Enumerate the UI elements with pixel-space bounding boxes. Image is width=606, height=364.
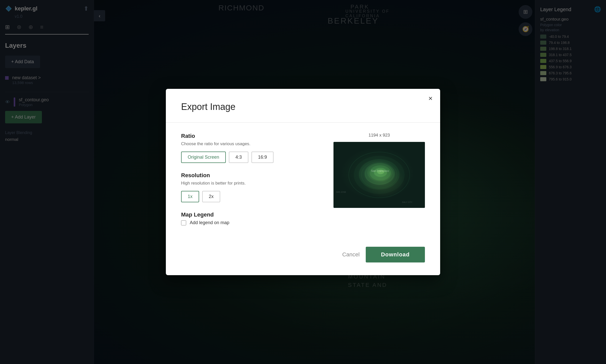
modal-controls: Ratio Choose the ratio for various usage… [181,133,318,225]
svg-text:DALY CITY: DALY CITY [402,201,412,203]
resolution-1x-button[interactable]: 1x [181,191,199,202]
modal-close-button[interactable]: × [428,95,433,102]
ratio-original-screen-button[interactable]: Original Screen [181,152,226,163]
add-legend-label: Add legend on map [190,220,229,225]
ratio-section-label: Ratio [181,133,318,139]
preview-dimensions: 1194 x 923 [369,133,390,138]
svg-point-8 [374,168,387,177]
ratio-btn-group: Original Screen 4:3 16:9 [181,152,318,163]
svg-point-10 [367,163,393,181]
svg-point-11 [361,162,397,188]
map-legend-section-label: Map Legend [181,211,318,218]
map-preview-inner: San Francisco SAN JOSE DALY CITY [333,142,425,208]
svg-point-12 [365,164,393,184]
svg-point-6 [364,162,395,185]
cancel-button[interactable]: Cancel [342,251,359,258]
modal-preview: 1194 x 923 [333,133,425,225]
ratio-4-3-button[interactable]: 4:3 [229,152,248,163]
export-image-modal: × Export Image Ratio Choose the ratio fo… [166,89,440,275]
modal-footer: Cancel Download [181,241,425,262]
svg-text:San Francisco: San Francisco [371,169,389,172]
resolution-section-label: Resolution [181,172,318,179]
svg-point-5 [359,159,400,190]
svg-rect-2 [333,142,425,208]
map-preview-image: San Francisco SAN JOSE DALY CITY [333,142,425,208]
ratio-16-9-button[interactable]: 16:9 [251,152,274,163]
ratio-section-desc: Choose the ratio for various usages. [181,141,318,146]
resolution-section-desc: High resolution is better for prints. [181,181,318,186]
resolution-btn-group: 1x 2x [181,191,318,202]
svg-point-7 [370,165,391,180]
add-legend-checkbox[interactable] [181,220,186,225]
svg-point-4 [354,156,405,194]
svg-point-9 [377,170,384,174]
modal-title: Export Image [181,102,425,112]
resolution-2x-button[interactable]: 2x [202,191,220,202]
modal-overlay: × Export Image Ratio Choose the ratio fo… [0,0,606,364]
legend-checkbox-row: Add legend on map [181,220,318,225]
download-button[interactable]: Download [366,247,425,262]
preview-svg: San Francisco SAN JOSE DALY CITY [333,142,425,208]
svg-text:SAN JOSE: SAN JOSE [336,191,346,193]
svg-point-3 [349,152,410,198]
modal-divider [166,122,440,123]
modal-body: Ratio Choose the ratio for various usage… [181,133,425,225]
